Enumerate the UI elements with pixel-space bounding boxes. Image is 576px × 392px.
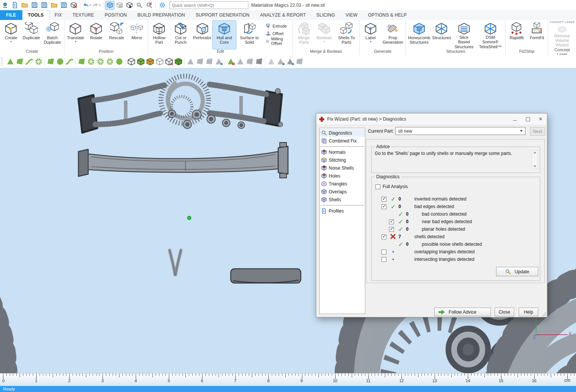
new-document-icon[interactable] xyxy=(10,1,19,9)
close-button[interactable]: Close xyxy=(495,308,514,316)
marking-report-icon[interactable] xyxy=(245,57,254,66)
remove-volume-wizard-button[interactable]: Remove Volume Wizard xyxy=(549,24,575,47)
save-as-icon[interactable] xyxy=(40,1,49,9)
mark-gray-plane-icon[interactable] xyxy=(195,57,205,66)
hollow-part-button[interactable]: Hollow Part xyxy=(149,21,169,49)
cube-select-remove-icon[interactable] xyxy=(164,57,174,66)
nav-item-normals[interactable]: Normals xyxy=(320,148,365,156)
rescale-button[interactable]: ◤Rescale xyxy=(106,21,127,49)
zoom-selection-icon[interactable] xyxy=(115,1,124,9)
pick-part-icon[interactable] xyxy=(125,1,134,9)
offset-button[interactable]: Offset xyxy=(264,30,290,37)
minimize-button[interactable] xyxy=(509,114,521,125)
maximize-button[interactable] xyxy=(521,114,534,125)
cube-select-top-icon[interactable] xyxy=(146,57,155,66)
invert-marking-icon[interactable] xyxy=(236,57,245,66)
search-input[interactable] xyxy=(169,1,248,9)
unzoom-icon[interactable] xyxy=(144,1,153,9)
mark-surface-icon[interactable] xyxy=(25,57,34,66)
cube-select-clear-icon[interactable] xyxy=(155,57,164,66)
tab-support-generation[interactable]: SUPPORT GENERATION xyxy=(190,10,255,20)
slice-based-structures-button[interactable]: Slice Based Structures xyxy=(452,21,476,49)
help-button[interactable]: Help xyxy=(519,308,538,316)
current-part-select[interactable]: stl new xyxy=(395,127,525,135)
model-bracelet[interactable] xyxy=(78,76,283,133)
cube-select-marked-icon[interactable] xyxy=(136,57,146,66)
nav-item-stitching[interactable]: Stitching xyxy=(320,156,365,164)
marked-zoom2-icon[interactable] xyxy=(285,57,295,66)
mark-gray-surface-icon[interactable] xyxy=(205,57,214,66)
zoom-marked-icon[interactable] xyxy=(267,57,276,66)
close-window-button[interactable]: × xyxy=(534,114,547,125)
checkbox[interactable] xyxy=(389,227,394,232)
window-selection-icon[interactable] xyxy=(77,57,86,66)
export-part-icon[interactable] xyxy=(59,1,68,9)
nav-item-holes[interactable]: Holes xyxy=(320,172,365,180)
nav-item-combined-fix[interactable]: Combined Fix xyxy=(320,137,365,145)
wheel-selection-icon[interactable] xyxy=(105,57,115,66)
settings-gear-icon[interactable] xyxy=(158,1,167,9)
shells-to-parts-button[interactable]: Shells To Parts xyxy=(334,21,358,49)
unmark-blue-icon[interactable] xyxy=(214,57,224,66)
freeform-selection-icon[interactable] xyxy=(65,57,74,66)
cube-select-front-icon[interactable] xyxy=(127,57,136,66)
zoom-to-part-icon[interactable] xyxy=(105,1,114,9)
duplicate-button[interactable]: Duplicate xyxy=(21,21,41,49)
star-selection-icon[interactable] xyxy=(96,57,105,66)
tab-view[interactable]: VIEW xyxy=(340,10,363,20)
checkbox[interactable] xyxy=(381,234,386,239)
app-logo-icon[interactable] xyxy=(0,1,9,9)
zoom-in-icon[interactable] xyxy=(135,1,144,9)
remove-part-icon[interactable] xyxy=(69,1,78,9)
model-band[interactable] xyxy=(78,142,288,178)
honeycomb-structures-button[interactable]: Honeycomb Structures xyxy=(407,21,431,49)
tab-file[interactable]: FILE xyxy=(0,10,22,20)
redo-icon[interactable]: ▾ xyxy=(92,1,101,9)
extrude-button[interactable]: Extrude xyxy=(264,22,290,30)
mark-triangle-icon[interactable] xyxy=(6,57,15,66)
mark-gray-triangle-icon[interactable] xyxy=(186,57,195,66)
prop-generation-button[interactable]: ★Prop Generation xyxy=(381,21,405,49)
open-folder-icon[interactable] xyxy=(20,1,29,9)
hull-and-core-button[interactable]: Hull and Core xyxy=(213,21,236,49)
perforator-button[interactable]: Perforator xyxy=(192,21,213,49)
mirror-button[interactable]: Mirror xyxy=(127,21,147,49)
unmark-all-icon[interactable] xyxy=(226,57,236,66)
nav-item-triangles[interactable]: Triangles xyxy=(320,180,365,188)
tab-slicing[interactable]: SLICING xyxy=(311,10,340,20)
scroll-up-icon[interactable] xyxy=(533,152,536,153)
redo-dropdown-icon[interactable]: ▾ xyxy=(99,3,101,7)
dialog-titlebar[interactable]: Fix Wizard (Part: stl new) > Diagnostics… xyxy=(316,113,547,125)
nav-item-diagnostics[interactable]: Diagnostics xyxy=(320,129,365,137)
tab-options-help[interactable]: OPTIONS & HELP xyxy=(363,10,412,20)
checkbox[interactable] xyxy=(381,250,386,254)
model-earring-right[interactable] xyxy=(0,213,5,373)
boolean-button[interactable]: Boolean▾ xyxy=(314,21,334,49)
tab-tools[interactable]: TOOLS xyxy=(22,10,49,20)
tab-build-preparation[interactable]: BUILD PREPARATION xyxy=(132,10,190,20)
checkbox[interactable] xyxy=(375,184,380,189)
formfit-button[interactable]: ★FormFit xyxy=(527,21,547,49)
update-button[interactable]: Update xyxy=(496,267,538,276)
advice-scrollbar[interactable] xyxy=(532,150,538,169)
milling-offset-button[interactable]: Milling Offset xyxy=(264,37,290,45)
checkbox[interactable] xyxy=(381,204,386,209)
resize-grip[interactable] xyxy=(542,312,546,316)
tab-texture[interactable]: TEXTURE xyxy=(67,10,99,20)
nav-item-overlaps[interactable]: Overlaps xyxy=(320,188,365,196)
nav-item-shells[interactable]: Shells xyxy=(320,196,365,204)
import-part-icon[interactable] xyxy=(49,1,58,9)
undo-icon[interactable]: ▾ xyxy=(82,1,91,9)
nav-item-noise-shells[interactable]: Noise Shells xyxy=(320,164,365,172)
cut-or-punch-button[interactable]: Cut or Punch xyxy=(169,21,192,49)
fill-marking-icon[interactable] xyxy=(254,57,264,66)
mark-shell-icon[interactable] xyxy=(34,57,43,66)
rotate-button[interactable]: ↻Rotate xyxy=(86,21,106,49)
translate-button[interactable]: ↔Translate▾ xyxy=(65,21,86,49)
checkbox[interactable] xyxy=(381,197,386,202)
fan-selection-icon[interactable] xyxy=(115,57,124,66)
tab-fix[interactable]: FIX xyxy=(49,10,67,20)
brush-selection-icon[interactable] xyxy=(86,57,96,66)
toolbar-grip[interactable] xyxy=(2,57,4,66)
undo-dropdown-icon[interactable]: ▾ xyxy=(89,3,91,7)
